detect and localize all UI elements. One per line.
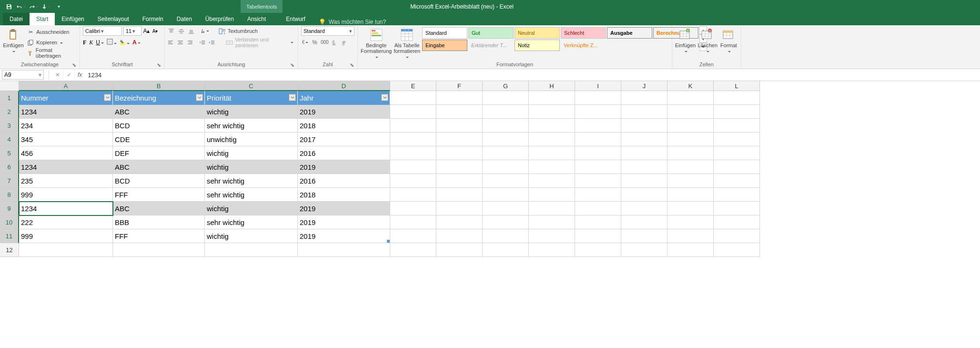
cell-E7[interactable] <box>390 174 436 188</box>
tab-view[interactable]: Ansicht <box>241 13 273 25</box>
comma-icon[interactable]: 000 <box>321 39 328 46</box>
align-middle-icon[interactable] <box>178 28 185 35</box>
cell-B3[interactable]: BCD <box>113 119 205 133</box>
font-name-combo[interactable]: Calibri▾ <box>83 26 122 36</box>
cell-G7[interactable] <box>483 174 529 188</box>
cell-D3[interactable]: 2018 <box>298 119 390 133</box>
save-icon[interactable] <box>4 1 14 12</box>
delete-cells-button[interactable]: ×Löschen <box>697 26 717 54</box>
cell-G2[interactable] <box>483 105 529 119</box>
row-header-2[interactable]: 2 <box>0 105 19 119</box>
format-painter-button[interactable]: Format übertragen <box>26 48 77 58</box>
cell-J7[interactable] <box>621 174 667 188</box>
cell-D12[interactable] <box>298 243 390 257</box>
cell-E4[interactable] <box>390 133 436 146</box>
cell-A2[interactable]: 1234 <box>19 105 113 119</box>
cell-C11[interactable]: wichtig <box>205 229 298 243</box>
style-explanatory[interactable]: Erklärender T... <box>468 40 514 51</box>
cell-H7[interactable] <box>529 174 575 188</box>
cell-I2[interactable] <box>575 105 621 119</box>
cell-A1[interactable]: Nummer <box>19 91 113 105</box>
col-header-B[interactable]: B <box>113 81 205 91</box>
wrap-text-button[interactable]: Textumbruch <box>217 26 259 36</box>
cell-L6[interactable] <box>714 160 760 174</box>
cell-B9[interactable]: ABC <box>113 202 205 215</box>
cell-I3[interactable] <box>575 119 621 133</box>
cell-D4[interactable]: 2017 <box>298 133 390 146</box>
cell-F1[interactable] <box>436 91 483 105</box>
style-good[interactable]: Gut <box>468 27 514 39</box>
cell-H4[interactable] <box>529 133 575 146</box>
cell-K9[interactable] <box>667 202 714 215</box>
cell-K1[interactable] <box>667 91 714 105</box>
cell-K5[interactable] <box>667 146 714 160</box>
cell-D2[interactable]: 2019 <box>298 105 390 119</box>
cell-F11[interactable] <box>436 229 483 243</box>
cell-B1[interactable]: Bezeichnung <box>113 91 205 105</box>
cell-A7[interactable]: 235 <box>19 174 113 188</box>
tab-file[interactable]: Datei <box>3 13 30 25</box>
bold-button[interactable]: F <box>83 39 86 46</box>
table-resize-handle[interactable] <box>387 240 390 243</box>
cell-L1[interactable] <box>714 91 760 105</box>
cell-I9[interactable] <box>575 202 621 215</box>
cell-F2[interactable] <box>436 105 483 119</box>
percent-icon[interactable]: % <box>311 39 318 46</box>
row-header-6[interactable]: 6 <box>0 160 19 174</box>
cell-J5[interactable] <box>621 146 667 160</box>
row-header-5[interactable]: 5 <box>0 146 19 160</box>
dialog-launcher-icon[interactable]: ⬊ <box>289 62 295 68</box>
cell-D9[interactable]: 2019 <box>298 202 390 215</box>
cell-L7[interactable] <box>714 174 760 188</box>
increase-decimal-icon[interactable]: ,0,00 <box>331 39 338 46</box>
row-header-4[interactable]: 4 <box>0 133 19 146</box>
col-header-K[interactable]: K <box>667 81 714 91</box>
name-box[interactable]: A9▾ <box>2 70 44 80</box>
cell-L3[interactable] <box>714 119 760 133</box>
cell-G5[interactable] <box>483 146 529 160</box>
cell-K7[interactable] <box>667 174 714 188</box>
row-header-10[interactable]: 10 <box>0 215 19 229</box>
cell-C5[interactable]: wichtig <box>205 146 298 160</box>
cell-B8[interactable]: FFF <box>113 188 205 202</box>
cell-L12[interactable] <box>714 243 760 257</box>
font-size-combo[interactable]: 11▾ <box>123 26 141 36</box>
row-header-1[interactable]: 1 <box>0 91 19 105</box>
cell-L9[interactable] <box>714 202 760 215</box>
decrease-decimal-icon[interactable]: ,00,0 <box>341 39 348 46</box>
cell-D1[interactable]: Jahr <box>298 91 390 105</box>
cell-A6[interactable]: 1234 <box>19 160 113 174</box>
underline-button[interactable]: U <box>96 39 104 46</box>
cell-H5[interactable] <box>529 146 575 160</box>
cell-D8[interactable]: 2018 <box>298 188 390 202</box>
cell-L2[interactable] <box>714 105 760 119</box>
tab-formulas[interactable]: Formeln <box>136 13 170 25</box>
copy-button[interactable]: Kopieren <box>26 38 77 47</box>
cell-J10[interactable] <box>621 215 667 229</box>
cell-A3[interactable]: 234 <box>19 119 113 133</box>
tab-home[interactable]: Start <box>30 13 55 25</box>
cell-A10[interactable]: 222 <box>19 215 113 229</box>
paste-button[interactable]: Einfügen <box>3 26 24 54</box>
col-header-I[interactable]: I <box>575 81 621 91</box>
row-header-9[interactable]: 9 <box>0 202 19 215</box>
cell-C9[interactable]: wichtig <box>205 202 298 215</box>
col-header-A[interactable]: A <box>19 81 113 91</box>
cell-J3[interactable] <box>621 119 667 133</box>
cell-C8[interactable]: sehr wichtig <box>205 188 298 202</box>
cell-F3[interactable] <box>436 119 483 133</box>
cell-A12[interactable] <box>19 243 113 257</box>
cell-G4[interactable] <box>483 133 529 146</box>
col-header-H[interactable]: H <box>529 81 575 91</box>
cell-E2[interactable] <box>390 105 436 119</box>
style-input[interactable]: Eingabe <box>422 40 467 51</box>
cell-E6[interactable] <box>390 160 436 174</box>
cell-K10[interactable] <box>667 215 714 229</box>
cell-F4[interactable] <box>436 133 483 146</box>
grow-font-icon[interactable]: A▴ <box>143 28 150 35</box>
cell-L8[interactable] <box>714 188 760 202</box>
cell-J8[interactable] <box>621 188 667 202</box>
cell-A8[interactable]: 999 <box>19 188 113 202</box>
cell-C7[interactable]: sehr wichtig <box>205 174 298 188</box>
conditional-formatting-button[interactable]: Bedingte Formatierung <box>361 26 392 60</box>
